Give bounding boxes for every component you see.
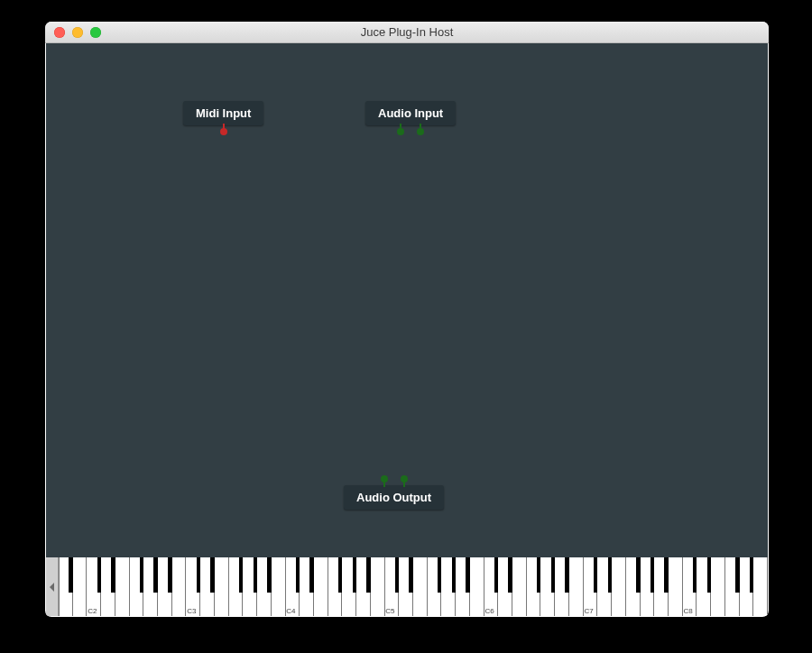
titlebar[interactable]: Juce Plug-In Host: [45, 22, 769, 43]
piano-keyboard: C2C3C4C5C6C7C8: [46, 557, 768, 616]
app-window: Juce Plug-In Host Midi Input Audio Input…: [45, 22, 769, 617]
white-key[interactable]: [669, 557, 683, 616]
window-title: Juce Plug-In Host: [45, 25, 769, 39]
window-controls: [45, 27, 101, 38]
midi-input-node[interactable]: Midi Input: [183, 101, 263, 125]
white-key[interactable]: [413, 557, 428, 616]
audio-output-pins: [381, 474, 408, 487]
white-key[interactable]: [73, 557, 88, 616]
white-key[interactable]: [711, 557, 725, 616]
white-key[interactable]: [314, 557, 328, 616]
midi-output-pin-icon[interactable]: [220, 124, 227, 136]
chevron-left-icon: [49, 582, 56, 593]
midi-input-pins: [220, 124, 227, 136]
audio-output-pin-icon[interactable]: [397, 124, 404, 136]
keyboard-scroll-left-button[interactable]: [46, 557, 59, 616]
white-key[interactable]: [612, 557, 626, 616]
audio-output-pin-icon[interactable]: [417, 124, 424, 136]
audio-output-node[interactable]: Audio Output: [344, 485, 444, 510]
node-label: Midi Input: [196, 106, 251, 120]
white-key[interactable]: [272, 557, 286, 616]
maximize-icon[interactable]: [90, 27, 101, 38]
node-label: Audio Output: [356, 491, 431, 504]
audio-input-node[interactable]: Audio Input: [365, 101, 456, 125]
patch-canvas[interactable]: Midi Input Audio Input Audio Output: [46, 43, 768, 557]
white-key[interactable]: [512, 557, 527, 616]
white-key[interactable]: [371, 557, 385, 616]
audio-input-pins: [397, 124, 424, 136]
white-key[interactable]: [115, 557, 130, 616]
white-key[interactable]: [470, 557, 484, 616]
white-key[interactable]: [215, 557, 229, 616]
audio-input-pin-icon[interactable]: [381, 474, 388, 487]
white-key[interactable]: [753, 557, 768, 616]
audio-input-pin-icon[interactable]: [401, 474, 408, 487]
node-label: Audio Input: [378, 106, 443, 120]
minimize-icon[interactable]: [72, 27, 83, 38]
white-key[interactable]: [569, 557, 584, 616]
piano-keys[interactable]: C2C3C4C5C6C7C8: [59, 557, 768, 616]
white-key[interactable]: [172, 557, 187, 616]
close-icon[interactable]: [54, 27, 65, 38]
